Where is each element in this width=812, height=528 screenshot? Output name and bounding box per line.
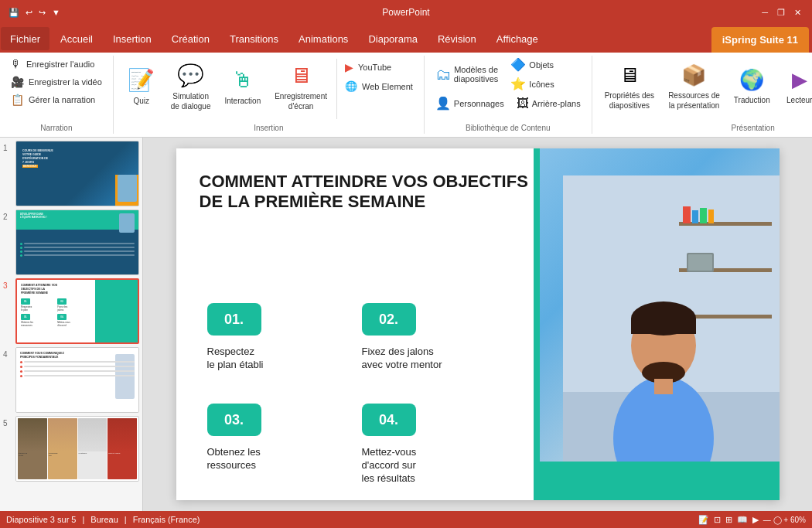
library-section: 🗂 Modèles dediapositives 🔷 Objets ⭐ Icôn… (431, 56, 585, 112)
ressources-button[interactable]: 📦 Ressources dela présentation (662, 56, 726, 118)
menu-creation[interactable]: Création (162, 27, 219, 50)
redo-button[interactable]: ↪ (36, 6, 48, 19)
library-row-1: 🗂 Modèles dediapositives 🔷 Objets ⭐ Icôn… (431, 56, 585, 93)
tab-ispring[interactable]: iSpring Suite 11 (711, 27, 809, 53)
svg-rect-6 (692, 210, 698, 223)
quiz-button[interactable]: 📝 Quiz (120, 56, 163, 118)
proprietes-button[interactable]: 🖥 Propriétés desdiapositives (599, 56, 660, 118)
item-text-01: Respectezle plan établi (207, 346, 264, 372)
slide-thumb-4[interactable]: 4 COMMENT VOUS COMMUNIQUEZPRINCIPES FOND… (3, 347, 139, 413)
item-text-03: Obtenez lesressources (207, 446, 261, 472)
library-label: Bibliothèque de Contenu (431, 122, 585, 134)
slide-img-5[interactable]: Équipe devente GraphiqueInfo Contenus (15, 416, 139, 482)
save-button[interactable]: 💾 (6, 6, 22, 19)
modeles-button[interactable]: 🗂 Modèles dediapositives (431, 56, 503, 93)
slide-thumb-5[interactable]: 5 Équipe devente GraphiqueInfo (3, 416, 139, 482)
icones-icon: ⭐ (510, 77, 526, 91)
menu-transitions[interactable]: Transitions (220, 27, 288, 50)
presentation-label-visible: Présentation (599, 122, 812, 134)
narration-buttons: 🎙 Enregistrer l'audio 🎥 Enregistrer la v… (6, 56, 107, 108)
teal-accent-bar (534, 148, 540, 500)
library-content: 🗂 Modèles dediapositives 🔷 Objets ⭐ Icôn… (431, 56, 585, 122)
view-slider[interactable]: ⊞ (725, 515, 732, 525)
slide-right-image (540, 148, 780, 500)
slide-panel[interactable]: 1 COURS DE BIENVENUEVOTRE GUIDED'INTÉGRA… (0, 138, 143, 511)
presentation-content: 🖥 Propriétés desdiapositives 📦 Ressource… (599, 56, 812, 122)
svg-rect-10 (688, 254, 712, 271)
slide-num-4: 4 (3, 350, 12, 359)
separator-1: | (83, 515, 85, 524)
interaction-button[interactable]: 🖱 Interaction (219, 56, 268, 118)
manage-icon: 📋 (11, 94, 24, 106)
item-text-02: Fixez des jalonsavec votre mentor (362, 346, 442, 372)
menu-fichier[interactable]: Fichier (1, 27, 49, 50)
status-bar: Diapositive 3 sur 5 | Bureau | Français … (0, 511, 812, 528)
personnages-button[interactable]: 👤 Personnages (431, 94, 509, 112)
youtube-icon: ▶ (345, 61, 353, 73)
menu-accueil[interactable]: Accueil (51, 27, 102, 50)
status-right: 📝 ⊡ ⊞ 📖 ▶ — ◯ + 60% (698, 515, 806, 525)
objets-button[interactable]: 🔷 Objets (506, 56, 558, 73)
ribbon-group-presentation: 🖥 Propriétés desdiapositives 📦 Ressource… (592, 56, 812, 134)
slide-thumb-1[interactable]: 1 COURS DE BIENVENUEVOTRE GUIDED'INTÉGRA… (3, 141, 139, 206)
notes-button[interactable]: 📝 (698, 515, 709, 525)
modeles-icon: 🗂 (435, 66, 451, 83)
canvas-area: COMMENT ATTEINDRE VOS OBJECTIFS DE LA PR… (143, 138, 812, 511)
main-area: 1 COURS DE BIENVENUEVOTRE GUIDED'INTÉGRA… (0, 138, 812, 511)
simulation-button[interactable]: 💬 Simulationde dialogue (165, 56, 217, 118)
lecteur-button[interactable]: ▶ Lecteur (778, 56, 812, 118)
narration-label: Narration (6, 122, 107, 134)
slide-num-5: 5 (3, 419, 12, 428)
slide-img-1[interactable]: COURS DE BIENVENUEVOTRE GUIDED'INTÉGRATI… (15, 141, 139, 206)
item-text-04: Mettez-vousd'accord surles résultats (362, 446, 417, 485)
person-illustration (563, 175, 780, 500)
record-audio-button[interactable]: 🎙 Enregistrer l'audio (6, 56, 107, 73)
item-box-03: 03. (207, 404, 261, 436)
slide-img-2[interactable]: DÉVELOPPER DANSL'ÉQUIPE MARKETING ! (15, 209, 139, 275)
slide-thumb-2[interactable]: 2 DÉVELOPPER DANSL'ÉQUIPE MARKETING ! (3, 209, 139, 275)
view-slideshow[interactable]: ▶ (752, 515, 759, 525)
zoom-level: — ◯ + 60% (763, 516, 806, 524)
item-box-02: 02. (362, 303, 416, 336)
icones-button[interactable]: ⭐ Icônes (506, 75, 558, 93)
microphone-icon: 🎙 (11, 58, 22, 70)
personnages-icon: 👤 (435, 96, 451, 111)
traduction-button[interactable]: 🌍 Traduction (728, 56, 776, 118)
menu-animations[interactable]: Animations (289, 27, 357, 50)
photo-background (540, 148, 780, 500)
simulation-icon: 💬 (177, 63, 204, 88)
insertion-content: 📝 Quiz 💬 Simulationde dialogue 🖱 Interac… (120, 56, 418, 122)
slide-img-4[interactable]: COMMENT VOUS COMMUNIQUEZPRINCIPES FONDAM… (15, 347, 139, 413)
slide-num-1: 1 (3, 144, 12, 152)
ribbon: 🎙 Enregistrer l'audio 🎥 Enregistrer la v… (0, 53, 812, 138)
proprietes-icon: 🖥 (619, 63, 640, 87)
minimize-button[interactable]: ─ (757, 8, 773, 18)
view-normal[interactable]: ⊡ (714, 515, 721, 525)
slide-img-3[interactable]: COMMENT ATTEINDRE VOSOBJECTIFS DE LAPREM… (15, 278, 139, 344)
qat-dropdown[interactable]: ▼ (49, 6, 63, 19)
item-box-01: 01. (207, 303, 261, 336)
library-row-2: 👤 Personnages 🖼 Arrière-plans (431, 94, 585, 112)
ribbon-group-library: 🗂 Modèles dediapositives 🔷 Objets ⭐ Icôn… (425, 56, 592, 134)
restore-button[interactable]: ❐ (773, 8, 790, 18)
screen-record-icon: 🖥 (290, 63, 312, 88)
close-button[interactable]: ✕ (790, 8, 806, 18)
menu-diaporama[interactable]: Diaporama (359, 27, 427, 50)
yt-section: ▶ YouTube 🌐 Web Element (340, 56, 418, 97)
record-video-button[interactable]: 🎥 Enregistrer la vidéo (6, 73, 107, 90)
slide-thumb-3[interactable]: 3 COMMENT ATTEINDRE VOSOBJECTIFS DE LAPR… (3, 278, 139, 344)
slide-info: Diapositive 3 sur 5 (6, 515, 77, 524)
view-reading[interactable]: 📖 (737, 515, 748, 525)
menu-insertion[interactable]: Insertion (104, 27, 161, 50)
web-element-button[interactable]: 🌐 Web Element (340, 78, 418, 94)
arrieres-icon: 🖼 (517, 97, 529, 111)
youtube-button[interactable]: ▶ YouTube (340, 59, 418, 76)
manage-narration-button[interactable]: 📋 Gérer la narration (6, 91, 107, 108)
enregistrement-button[interactable]: 🖥 Enregistrementd'écran (268, 56, 333, 118)
theme-label: Bureau (90, 515, 118, 524)
menu-revision[interactable]: Révision (428, 27, 486, 50)
quick-access-toolbar[interactable]: 💾 ↩ ↪ ▼ (6, 6, 63, 19)
undo-button[interactable]: ↩ (23, 6, 35, 19)
menu-affichage[interactable]: Affichage (487, 27, 548, 50)
arrieres-button[interactable]: 🖼 Arrière-plans (512, 94, 585, 112)
